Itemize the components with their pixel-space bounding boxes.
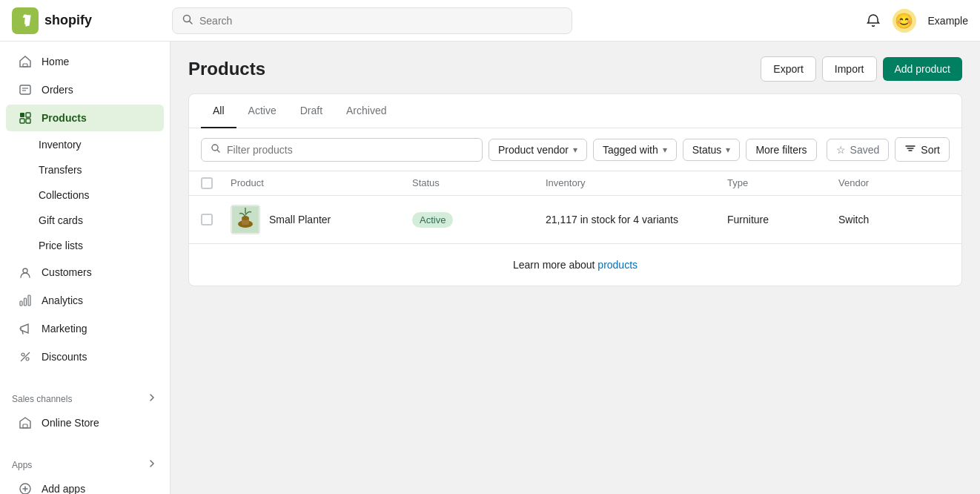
sidebar-item-orders[interactable]: Orders [6, 76, 164, 103]
svg-rect-4 [20, 85, 30, 94]
products-icon [18, 111, 33, 125]
svg-rect-10 [26, 119, 30, 123]
sidebar-item-home-label: Home [42, 56, 69, 67]
apps-section[interactable]: Apps [0, 449, 170, 475]
products-card: All Active Draft Archived P [188, 93, 962, 286]
sidebar-item-gift-cards-label: Gift cards [39, 214, 83, 226]
sales-channels-expand-icon [146, 392, 158, 406]
sidebar-item-analytics[interactable]: Analytics [6, 287, 164, 314]
product-type: Furniture [727, 214, 838, 225]
learn-more-link[interactable]: products [597, 259, 638, 271]
sidebar-item-gift-cards[interactable]: Gift cards [6, 208, 164, 232]
sidebar-item-inventory-label: Inventory [39, 139, 82, 151]
sidebar-item-products-label: Products [42, 112, 87, 124]
svg-line-2 [190, 21, 193, 24]
sidebar-item-collections[interactable]: Collections [6, 183, 164, 207]
svg-rect-8 [26, 113, 30, 117]
sales-channels-section[interactable]: Sales channels [0, 383, 170, 409]
tagged-with-filter[interactable]: Tagged with ▾ [593, 139, 677, 161]
shopify-logo-icon [12, 7, 39, 34]
sort-icon [904, 142, 916, 157]
svg-rect-12 [20, 301, 22, 306]
product-inventory: 21,117 in stock for 4 variants [546, 214, 727, 225]
svg-rect-18 [23, 424, 27, 428]
sidebar-item-orders-label: Orders [42, 84, 73, 96]
import-button[interactable]: Import [822, 56, 877, 82]
search-icon [182, 13, 193, 28]
product-vendor-filter[interactable]: Product vendor ▾ [489, 139, 587, 161]
table-row[interactable]: Small Planter Active 21,117 in stock for… [189, 196, 961, 244]
export-button[interactable]: Export [761, 56, 815, 82]
sidebar-item-transfers-label: Transfers [39, 164, 82, 176]
product-vendor: Switch [838, 214, 950, 225]
table-header: Product Status Inventory Type Vendor [189, 171, 961, 196]
col-header-status: Status [412, 177, 546, 189]
user-name: Example [928, 15, 968, 27]
sidebar-item-price-lists[interactable]: Price lists [6, 234, 164, 257]
add-product-button[interactable]: Add product [883, 57, 963, 81]
sidebar-item-customers[interactable]: Customers [6, 259, 164, 286]
svg-rect-13 [24, 298, 27, 306]
sidebar-item-inventory[interactable]: Inventory [6, 133, 164, 157]
svg-point-11 [23, 269, 27, 273]
discounts-icon [18, 349, 33, 364]
sort-button[interactable]: Sort [895, 137, 950, 162]
notifications-bell-icon[interactable] [866, 13, 881, 28]
col-header-product: Product [231, 177, 412, 189]
tab-archived[interactable]: Archived [334, 94, 398, 128]
row-checkbox[interactable] [201, 214, 231, 225]
product-name: Small Planter [269, 214, 331, 225]
tab-draft[interactable]: Draft [288, 94, 334, 128]
saved-button[interactable]: ☆ Saved [827, 139, 890, 161]
app-layout: Home Orders [0, 42, 980, 494]
topbar: shopify 😊 Example [0, 0, 980, 42]
tabs-bar: All Active Draft Archived [189, 94, 961, 128]
sidebar-item-marketing[interactable]: Marketing [6, 315, 164, 342]
vendor-dropdown-icon: ▾ [573, 145, 577, 155]
sidebar-item-online-store-label: Online Store [42, 417, 99, 429]
svg-rect-9 [20, 119, 24, 123]
analytics-icon [18, 293, 33, 308]
more-filters-button[interactable]: More filters [746, 139, 816, 161]
tab-active[interactable]: Active [236, 94, 288, 128]
select-all-checkbox[interactable] [201, 177, 231, 189]
star-icon: ☆ [836, 144, 846, 156]
sidebar-item-online-store[interactable]: Online Store [6, 409, 164, 436]
sidebar-item-products[interactable]: Products [6, 105, 164, 131]
sidebar-item-marketing-label: Marketing [42, 323, 87, 335]
learn-more-section: Learn more about products [189, 244, 961, 286]
user-avatar[interactable]: 😊 [893, 9, 916, 33]
svg-rect-3 [23, 64, 27, 67]
sidebar-item-discounts[interactable]: Discounts [6, 343, 164, 370]
sidebar-item-price-lists-label: Price lists [39, 240, 83, 251]
learn-more-text: Learn more about [513, 259, 597, 271]
customers-icon [18, 265, 33, 280]
logo-text: shopify [44, 13, 92, 28]
product-status: Active [412, 212, 546, 228]
marketing-icon [18, 321, 33, 336]
filter-search-bar[interactable] [201, 138, 483, 162]
svg-rect-7 [20, 113, 24, 117]
svg-point-16 [26, 358, 29, 360]
col-header-inventory: Inventory [546, 177, 727, 189]
svg-rect-14 [28, 295, 30, 306]
home-icon [18, 54, 33, 69]
sidebar: Home Orders [0, 42, 170, 494]
search-input[interactable] [199, 15, 563, 27]
header-actions: Export Import Add product [761, 56, 962, 82]
sidebar-item-add-apps[interactable]: Add apps [6, 475, 164, 494]
sidebar-item-home[interactable]: Home [6, 48, 164, 75]
page-header: Products Export Import Add product [188, 56, 962, 82]
topbar-right: 😊 Example [866, 9, 968, 33]
sidebar-item-transfers[interactable]: Transfers [6, 158, 164, 182]
filters-row: Product vendor ▾ Tagged with ▾ Status ▾ … [189, 128, 961, 171]
filter-search-icon [211, 143, 221, 157]
add-apps-icon [18, 481, 33, 494]
filter-products-input[interactable] [227, 144, 473, 156]
search-bar[interactable] [172, 7, 572, 34]
tab-all[interactable]: All [201, 94, 236, 128]
product-cell: Small Planter [231, 205, 412, 234]
status-badge: Active [412, 212, 453, 228]
status-filter[interactable]: Status ▾ [683, 139, 741, 161]
status-dropdown-icon: ▾ [726, 145, 730, 155]
